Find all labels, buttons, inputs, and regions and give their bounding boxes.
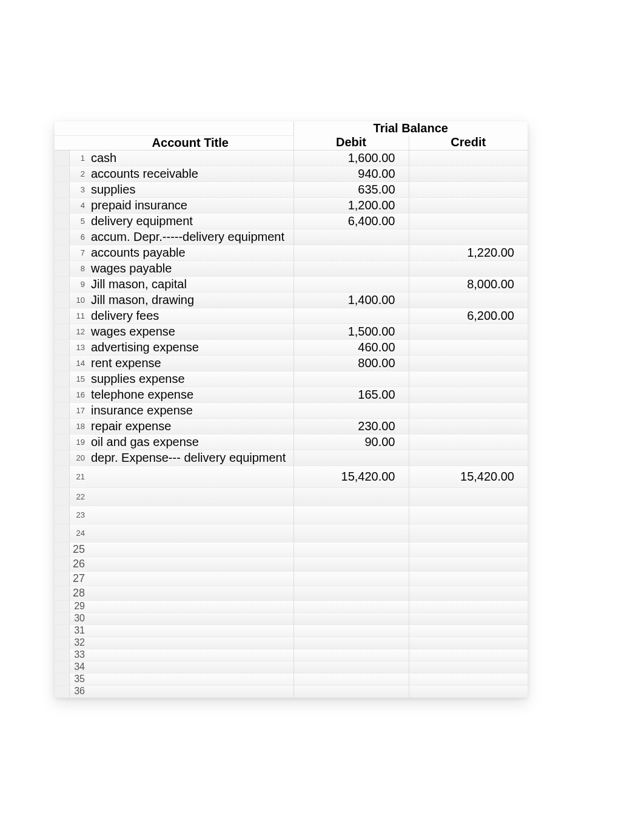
credit-cell: [409, 292, 528, 308]
row-check: [55, 245, 69, 260]
credit-cell: [409, 487, 528, 505]
account-title-cell: [87, 661, 293, 673]
row-check: [55, 292, 69, 308]
credit-cell: [409, 371, 528, 387]
row-check: [55, 181, 69, 197]
account-title-cell: [87, 685, 293, 697]
credit-cell: [409, 571, 528, 586]
table-row: 6accum. Depr.-----delivery equipment: [55, 229, 528, 245]
row-number: 23: [69, 505, 87, 524]
row-number: 33: [69, 649, 87, 661]
row-check: [55, 166, 69, 181]
row-check: [55, 586, 69, 600]
header-account-title: Account Title: [87, 135, 293, 150]
debit-cell: [293, 649, 409, 661]
table-row: 17insurance expense: [55, 402, 528, 418]
table-row: 5delivery equipment6,400.00: [55, 213, 528, 229]
credit-cell: [409, 505, 528, 524]
row-number: 30: [69, 612, 87, 624]
credit-cell: [409, 166, 528, 181]
credit-cell: [409, 673, 528, 685]
row-number: 1: [69, 150, 87, 166]
table-row: 14rent expense800.00: [55, 355, 528, 371]
account-title-cell: advertising expense: [87, 339, 293, 355]
table-row: 27: [55, 571, 528, 586]
row-check: [55, 197, 69, 213]
header-blank: [69, 135, 87, 150]
row-number: 5: [69, 213, 87, 229]
account-title-cell: [87, 556, 293, 571]
debit-cell: [293, 229, 409, 245]
account-title-cell: [87, 586, 293, 600]
account-title-cell: supplies: [87, 181, 293, 197]
row-check: [55, 355, 69, 371]
credit-cell: [409, 181, 528, 197]
debit-cell: 1,400.00: [293, 292, 409, 308]
credit-cell: [409, 339, 528, 355]
credit-cell: [409, 542, 528, 556]
debit-cell: 90.00: [293, 434, 409, 450]
row-check: [55, 465, 69, 487]
credit-total-cell: 15,420.00: [409, 465, 528, 487]
row-check: [55, 402, 69, 418]
row-check: [55, 308, 69, 323]
debit-cell: [293, 600, 409, 612]
account-title-cell: [87, 487, 293, 505]
debit-cell: [293, 524, 409, 542]
table-row: 12wages expense1,500.00: [55, 323, 528, 339]
row-check: [55, 434, 69, 450]
account-title-cell: oil and gas expense: [87, 434, 293, 450]
account-title-cell: [87, 600, 293, 612]
row-check: [55, 487, 69, 505]
row-number: 4: [69, 197, 87, 213]
table-row: 18repair expense230.00: [55, 418, 528, 434]
table-row: 25: [55, 542, 528, 556]
row-check: [55, 556, 69, 571]
credit-cell: [409, 637, 528, 649]
debit-cell: 800.00: [293, 355, 409, 371]
trial-balance-sheet: Trial Balance Account Title Debit Credit…: [55, 121, 528, 698]
debit-cell: [293, 612, 409, 624]
row-check: [55, 685, 69, 697]
credit-cell: [409, 661, 528, 673]
credit-cell: [409, 150, 528, 166]
row-number: 27: [69, 571, 87, 586]
row-number: 13: [69, 339, 87, 355]
row-number: 32: [69, 637, 87, 649]
table-row: 30: [55, 612, 528, 624]
row-check: [55, 387, 69, 402]
row-check: [55, 542, 69, 556]
credit-cell: [409, 649, 528, 661]
debit-cell: [293, 685, 409, 697]
table-row: 11delivery fees6,200.00: [55, 308, 528, 323]
credit-cell: [409, 418, 528, 434]
credit-cell: [409, 434, 528, 450]
account-title-cell: [87, 624, 293, 637]
account-title-cell: cash: [87, 150, 293, 166]
row-check: [55, 637, 69, 649]
account-title-cell: [87, 612, 293, 624]
row-check: [55, 450, 69, 465]
table-row: 32: [55, 637, 528, 649]
row-check: [55, 505, 69, 524]
account-title-cell: telephone expense: [87, 387, 293, 402]
row-number: 22: [69, 487, 87, 505]
table-row: 3supplies635.00: [55, 181, 528, 197]
debit-cell: 635.00: [293, 181, 409, 197]
row-number: 24: [69, 524, 87, 542]
table-row: 13advertising expense460.00: [55, 339, 528, 355]
row-number: 31: [69, 624, 87, 637]
table-row: 34: [55, 661, 528, 673]
row-number: 6: [69, 229, 87, 245]
debit-cell: [293, 556, 409, 571]
credit-cell: 6,200.00: [409, 308, 528, 323]
row-check: [55, 524, 69, 542]
table-row: 24: [55, 524, 528, 542]
debit-cell: [293, 624, 409, 637]
table-row: 15supplies expense: [55, 371, 528, 387]
row-number: 18: [69, 418, 87, 434]
debit-cell: 1,600.00: [293, 150, 409, 166]
credit-cell: [409, 387, 528, 402]
table-row: 16telephone expense165.00: [55, 387, 528, 402]
header-credit: Credit: [409, 135, 528, 150]
